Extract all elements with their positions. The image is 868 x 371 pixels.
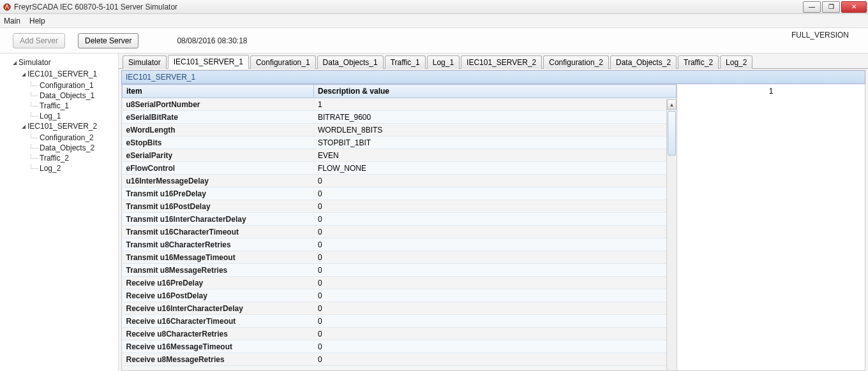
tab-data_objects_2[interactable]: Data_Objects_2 <box>610 55 677 69</box>
config-table: item Description & value u8SerialPortNum… <box>122 84 677 366</box>
cell-item: Receive u8CharacterRetries <box>123 328 314 340</box>
cell-value: 0 <box>314 353 677 366</box>
table-row[interactable]: Receive u16PreDelay0 <box>123 277 677 289</box>
cell-value: 0 <box>314 302 677 315</box>
cell-value: 0 <box>314 340 677 353</box>
cell-value: 0 <box>314 277 677 289</box>
timestamp-label: 08/08/2016 08:30:18 <box>177 36 247 45</box>
scroll-thumb[interactable] <box>668 111 676 156</box>
tree-leaf[interactable]: Configuration_2 <box>31 133 118 143</box>
tree-leaf[interactable]: Log_2 <box>31 163 118 173</box>
tab-simulator[interactable]: Simulator <box>123 55 167 69</box>
table-row[interactable]: Receive u16CharacterTimeout0 <box>123 315 677 328</box>
cell-item: eFlowControl <box>123 162 314 175</box>
cell-item: Receive u16MessageTimeout <box>123 340 314 353</box>
cell-item: eWordLength <box>123 124 314 136</box>
tab-iec101_server_1[interactable]: IEC101_SERVER_1 <box>168 55 249 69</box>
close-button[interactable]: ✕ <box>841 1 867 13</box>
cell-value: 0 <box>314 289 677 302</box>
cell-value: 0 <box>314 264 677 277</box>
tree-leaf[interactable]: Configuration_1 <box>31 80 118 91</box>
tab-log_2[interactable]: Log_2 <box>720 55 752 69</box>
minimize-button[interactable]: — <box>803 1 821 13</box>
cell-value: 0 <box>314 175 677 187</box>
table-row[interactable]: Transmit u16MessageTimeout0 <box>123 251 677 264</box>
tree-leaf[interactable]: Data_Objects_2 <box>31 143 118 153</box>
table-row[interactable]: u16InterMessageDelay0 <box>123 175 677 187</box>
table-row[interactable]: Receive u16MessageTimeout0 <box>123 340 677 353</box>
menu-main[interactable]: Main <box>4 17 20 25</box>
table-row[interactable]: Receive u16InterCharacterDelay0 <box>123 302 677 315</box>
tree-root[interactable]: Simulator IEC101_SERVER_1Configuration_1… <box>13 57 118 173</box>
delete-server-button[interactable]: Delete Server <box>78 33 138 48</box>
table-row[interactable]: Receive u8CharacterRetries0 <box>123 328 677 340</box>
tree-leaf[interactable]: Traffic_2 <box>31 153 118 163</box>
col-item[interactable]: item <box>123 85 314 98</box>
toolbar: Add Server Delete Server 08/08/2016 08:3… <box>0 28 868 54</box>
table-row[interactable]: u8SerialPortNumber1 <box>123 98 677 111</box>
cell-item: eSerialParity <box>123 149 314 162</box>
table-row[interactable]: Transmit u16PostDelay0 <box>123 200 677 213</box>
main-area: Simulator IEC101_SERVER_1Configuration_1… <box>0 54 868 371</box>
cell-item: Receive u16InterCharacterDelay <box>123 302 314 315</box>
vertical-scrollbar[interactable]: ▲ <box>666 99 677 370</box>
tab-configuration_2[interactable]: Configuration_2 <box>543 55 609 69</box>
title-bar: FreyrSCADA IEC 60870-5-101 Server Simula… <box>0 0 868 14</box>
cell-item: eStopBits <box>123 136 314 149</box>
tree-leaf[interactable]: Log_1 <box>31 111 118 121</box>
table-row[interactable]: eFlowControlFLOW_NONE <box>123 162 677 175</box>
table-row[interactable]: Transmit u8CharacterRetries0 <box>123 238 677 251</box>
panel-header: IEC101_SERVER_1 <box>121 70 865 84</box>
menu-help[interactable]: Help <box>29 17 45 25</box>
menu-bar: Main Help <box>0 14 868 28</box>
tab-traffic_1[interactable]: Traffic_1 <box>385 55 426 69</box>
cell-value: BITRATE_9600 <box>314 111 677 124</box>
cell-value: 0 <box>314 315 677 328</box>
cell-value: STOPBIT_1BIT <box>314 136 677 149</box>
cell-item: Receive u16PostDelay <box>123 289 314 302</box>
tab-iec101_server_2[interactable]: IEC101_SERVER_2 <box>461 55 542 69</box>
cell-item: Transmit u16MessageTimeout <box>123 251 314 264</box>
cell-item: u16InterMessageDelay <box>123 175 314 187</box>
add-server-button[interactable]: Add Server <box>13 33 65 48</box>
tab-strip: SimulatorIEC101_SERVER_1Configuration_1D… <box>119 54 868 69</box>
scroll-up-arrow[interactable]: ▲ <box>667 99 677 110</box>
side-pane: 1 <box>677 84 865 370</box>
cell-item: Transmit u16CharacterTimeout <box>123 226 314 238</box>
cell-value: 0 <box>314 226 677 238</box>
tab-traffic_2[interactable]: Traffic_2 <box>678 55 719 69</box>
table-row[interactable]: Receive u16PostDelay0 <box>123 289 677 302</box>
app-icon <box>3 3 11 11</box>
tab-configuration_1[interactable]: Configuration_1 <box>250 55 316 69</box>
cell-item: Receive u16PreDelay <box>123 277 314 289</box>
table-row[interactable]: eSerialBitRateBITRATE_9600 <box>123 111 677 124</box>
table-row[interactable]: Transmit u16CharacterTimeout0 <box>123 226 677 238</box>
window-title: FreyrSCADA IEC 60870-5-101 Server Simula… <box>14 3 803 11</box>
table-row[interactable]: eStopBitsSTOPBIT_1BIT <box>123 136 677 149</box>
cell-value: EVEN <box>314 149 677 162</box>
tree-node[interactable]: IEC101_SERVER_1Configuration_1Data_Objec… <box>22 69 118 121</box>
table-row[interactable]: Receive u8MessageRetries0 <box>123 353 677 366</box>
cell-value: 0 <box>314 213 677 226</box>
tree-view[interactable]: Simulator IEC101_SERVER_1Configuration_1… <box>0 54 119 371</box>
cell-item: Transmit u16PostDelay <box>123 200 314 213</box>
table-row[interactable]: Transmit u16InterCharacterDelay0 <box>123 213 677 226</box>
cell-value: 0 <box>314 187 677 200</box>
cell-item: Receive u16CharacterTimeout <box>123 315 314 328</box>
tab-data_objects_1[interactable]: Data_Objects_1 <box>317 55 384 69</box>
table-row[interactable]: Transmit u16PreDelay0 <box>123 187 677 200</box>
tree-leaf[interactable]: Data_Objects_1 <box>31 91 118 101</box>
cell-item: Transmit u8CharacterRetries <box>123 238 314 251</box>
tree-leaf[interactable]: Traffic_1 <box>31 101 118 111</box>
tab-log_1[interactable]: Log_1 <box>427 55 460 69</box>
tree-node[interactable]: IEC101_SERVER_2Configuration_2Data_Objec… <box>22 121 118 173</box>
maximize-button[interactable]: ❐ <box>822 1 840 13</box>
table-row[interactable]: eSerialParityEVEN <box>123 149 677 162</box>
cell-item: Transmit u8MessageRetries <box>123 264 314 277</box>
table-row[interactable]: Transmit u8MessageRetries0 <box>123 264 677 277</box>
config-table-wrap: item Description & value u8SerialPortNum… <box>122 84 677 370</box>
cell-value: 0 <box>314 251 677 264</box>
table-row[interactable]: eWordLengthWORDLEN_8BITS <box>123 124 677 136</box>
col-desc[interactable]: Description & value <box>314 85 677 98</box>
cell-value: 0 <box>314 238 677 251</box>
